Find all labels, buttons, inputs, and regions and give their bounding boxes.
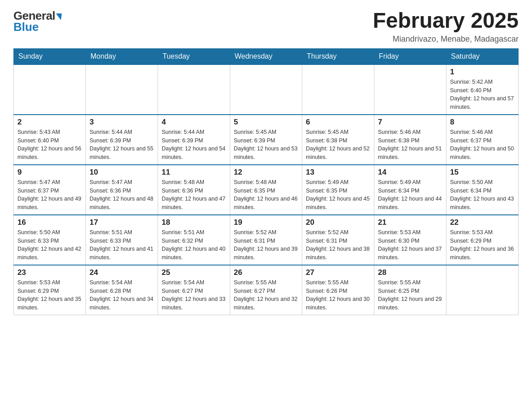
calendar-cell — [14, 64, 86, 115]
day-info: Sunrise: 5:51 AMSunset: 6:32 PMDaylight:… — [162, 228, 226, 262]
calendar-cell: 7Sunrise: 5:46 AMSunset: 6:38 PMDaylight… — [374, 115, 446, 165]
calendar-cell: 8Sunrise: 5:46 AMSunset: 6:37 PMDaylight… — [446, 115, 519, 165]
day-info: Sunrise: 5:53 AMSunset: 6:30 PMDaylight:… — [378, 228, 442, 262]
day-info: Sunrise: 5:54 AMSunset: 6:27 PMDaylight:… — [162, 278, 226, 312]
day-info: Sunrise: 5:48 AMSunset: 6:35 PMDaylight:… — [234, 178, 298, 212]
day-number: 21 — [378, 218, 442, 227]
day-number: 14 — [378, 168, 442, 177]
day-number: 22 — [450, 218, 515, 227]
title-section: February 2025 Miandrivazo, Menabe, Madag… — [373, 9, 519, 44]
weekday-header-thursday: Thursday — [302, 48, 374, 64]
day-number: 20 — [306, 218, 370, 227]
day-info: Sunrise: 5:55 AMSunset: 6:26 PMDaylight:… — [306, 278, 370, 312]
weekday-header-friday: Friday — [374, 48, 446, 64]
day-number: 10 — [90, 168, 154, 177]
day-number: 4 — [162, 118, 226, 127]
page-header: General Blue February 2025 Miandrivazo, … — [13, 9, 519, 44]
calendar-week-1: 1Sunrise: 5:42 AMSunset: 6:40 PMDaylight… — [14, 64, 519, 115]
day-info: Sunrise: 5:55 AMSunset: 6:27 PMDaylight:… — [234, 278, 298, 312]
calendar-cell: 26Sunrise: 5:55 AMSunset: 6:27 PMDayligh… — [230, 265, 302, 315]
day-info: Sunrise: 5:55 AMSunset: 6:25 PMDaylight:… — [378, 278, 442, 312]
day-info: Sunrise: 5:50 AMSunset: 6:34 PMDaylight:… — [450, 178, 515, 212]
calendar-cell: 28Sunrise: 5:55 AMSunset: 6:25 PMDayligh… — [374, 265, 446, 315]
calendar-cell: 14Sunrise: 5:49 AMSunset: 6:34 PMDayligh… — [374, 165, 446, 215]
day-info: Sunrise: 5:47 AMSunset: 6:37 PMDaylight:… — [17, 178, 82, 212]
calendar-cell: 27Sunrise: 5:55 AMSunset: 6:26 PMDayligh… — [302, 265, 374, 315]
day-info: Sunrise: 5:46 AMSunset: 6:38 PMDaylight:… — [378, 128, 442, 162]
day-info: Sunrise: 5:48 AMSunset: 6:36 PMDaylight:… — [162, 178, 226, 212]
day-number: 24 — [90, 268, 154, 277]
day-number: 5 — [234, 118, 298, 127]
day-info: Sunrise: 5:42 AMSunset: 6:40 PMDaylight:… — [450, 78, 515, 111]
day-number: 28 — [378, 268, 442, 277]
day-info: Sunrise: 5:54 AMSunset: 6:28 PMDaylight:… — [90, 278, 154, 312]
day-info: Sunrise: 5:51 AMSunset: 6:33 PMDaylight:… — [90, 228, 154, 262]
calendar-cell: 23Sunrise: 5:53 AMSunset: 6:29 PMDayligh… — [14, 265, 86, 315]
day-info: Sunrise: 5:53 AMSunset: 6:29 PMDaylight:… — [17, 278, 82, 312]
calendar-table: SundayMondayTuesdayWednesdayThursdayFrid… — [13, 48, 519, 315]
weekday-header-tuesday: Tuesday — [158, 48, 230, 64]
calendar-cell — [230, 64, 302, 115]
calendar-cell: 21Sunrise: 5:53 AMSunset: 6:30 PMDayligh… — [374, 215, 446, 265]
weekday-header-row: SundayMondayTuesdayWednesdayThursdayFrid… — [14, 48, 519, 64]
calendar-week-3: 9Sunrise: 5:47 AMSunset: 6:37 PMDaylight… — [14, 165, 519, 215]
day-number: 12 — [234, 168, 298, 177]
calendar-cell: 25Sunrise: 5:54 AMSunset: 6:27 PMDayligh… — [158, 265, 230, 315]
day-number: 15 — [450, 168, 515, 177]
day-info: Sunrise: 5:46 AMSunset: 6:37 PMDaylight:… — [450, 128, 515, 162]
day-info: Sunrise: 5:53 AMSunset: 6:29 PMDaylight:… — [450, 228, 515, 262]
calendar-cell: 6Sunrise: 5:45 AMSunset: 6:38 PMDaylight… — [302, 115, 374, 165]
location-text: Miandrivazo, Menabe, Madagascar — [373, 34, 519, 44]
calendar-cell: 18Sunrise: 5:51 AMSunset: 6:32 PMDayligh… — [158, 215, 230, 265]
calendar-cell: 11Sunrise: 5:48 AMSunset: 6:36 PMDayligh… — [158, 165, 230, 215]
calendar-cell: 9Sunrise: 5:47 AMSunset: 6:37 PMDaylight… — [14, 165, 86, 215]
calendar-cell: 10Sunrise: 5:47 AMSunset: 6:36 PMDayligh… — [86, 165, 158, 215]
calendar-cell: 12Sunrise: 5:48 AMSunset: 6:35 PMDayligh… — [230, 165, 302, 215]
day-number: 7 — [378, 118, 442, 127]
day-info: Sunrise: 5:49 AMSunset: 6:34 PMDaylight:… — [378, 178, 442, 212]
calendar-cell: 19Sunrise: 5:52 AMSunset: 6:31 PMDayligh… — [230, 215, 302, 265]
calendar-cell: 17Sunrise: 5:51 AMSunset: 6:33 PMDayligh… — [86, 215, 158, 265]
day-info: Sunrise: 5:45 AMSunset: 6:38 PMDaylight:… — [306, 128, 370, 162]
day-number: 2 — [17, 118, 82, 127]
day-number: 19 — [234, 218, 298, 227]
day-number: 13 — [306, 168, 370, 177]
calendar-week-4: 16Sunrise: 5:50 AMSunset: 6:33 PMDayligh… — [14, 215, 519, 265]
calendar-week-2: 2Sunrise: 5:43 AMSunset: 6:40 PMDaylight… — [14, 115, 519, 165]
calendar-header: SundayMondayTuesdayWednesdayThursdayFrid… — [14, 48, 519, 64]
day-info: Sunrise: 5:45 AMSunset: 6:39 PMDaylight:… — [234, 128, 298, 162]
day-info: Sunrise: 5:44 AMSunset: 6:39 PMDaylight:… — [162, 128, 226, 162]
logo: General Blue — [13, 9, 62, 34]
day-info: Sunrise: 5:52 AMSunset: 6:31 PMDaylight:… — [306, 228, 370, 262]
day-number: 17 — [90, 218, 154, 227]
day-number: 11 — [162, 168, 226, 177]
calendar-cell: 13Sunrise: 5:49 AMSunset: 6:35 PMDayligh… — [302, 165, 374, 215]
calendar-cell: 1Sunrise: 5:42 AMSunset: 6:40 PMDaylight… — [446, 64, 519, 115]
day-number: 23 — [17, 268, 82, 277]
weekday-header-saturday: Saturday — [446, 48, 519, 64]
calendar-cell: 2Sunrise: 5:43 AMSunset: 6:40 PMDaylight… — [14, 115, 86, 165]
calendar-cell — [158, 64, 230, 115]
calendar-cell — [86, 64, 158, 115]
calendar-cell: 15Sunrise: 5:50 AMSunset: 6:34 PMDayligh… — [446, 165, 519, 215]
day-info: Sunrise: 5:52 AMSunset: 6:31 PMDaylight:… — [234, 228, 298, 262]
day-number: 18 — [162, 218, 226, 227]
calendar-body: 1Sunrise: 5:42 AMSunset: 6:40 PMDaylight… — [14, 64, 519, 315]
calendar-cell: 4Sunrise: 5:44 AMSunset: 6:39 PMDaylight… — [158, 115, 230, 165]
day-info: Sunrise: 5:43 AMSunset: 6:40 PMDaylight:… — [17, 128, 82, 162]
day-number: 8 — [450, 118, 515, 127]
calendar-cell — [446, 265, 519, 315]
day-number: 3 — [90, 118, 154, 127]
day-info: Sunrise: 5:44 AMSunset: 6:39 PMDaylight:… — [90, 128, 154, 162]
day-number: 26 — [234, 268, 298, 277]
day-info: Sunrise: 5:50 AMSunset: 6:33 PMDaylight:… — [17, 228, 82, 262]
day-info: Sunrise: 5:49 AMSunset: 6:35 PMDaylight:… — [306, 178, 370, 212]
weekday-header-sunday: Sunday — [14, 48, 86, 64]
calendar-cell: 16Sunrise: 5:50 AMSunset: 6:33 PMDayligh… — [14, 215, 86, 265]
day-number: 27 — [306, 268, 370, 277]
day-info: Sunrise: 5:47 AMSunset: 6:36 PMDaylight:… — [90, 178, 154, 212]
calendar-cell: 20Sunrise: 5:52 AMSunset: 6:31 PMDayligh… — [302, 215, 374, 265]
month-title: February 2025 — [373, 9, 519, 33]
calendar-week-5: 23Sunrise: 5:53 AMSunset: 6:29 PMDayligh… — [14, 265, 519, 315]
calendar-cell — [374, 64, 446, 115]
